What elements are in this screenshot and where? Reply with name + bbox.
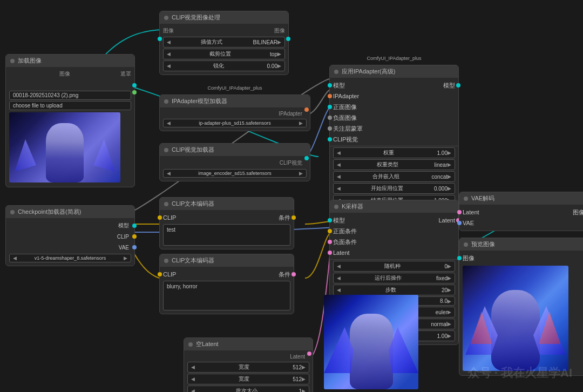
apply-ipadapter-title: 应用IPAdapter(高级) [342,67,395,76]
clip-vision-loader-node: CLIP视觉加载器 CLIP视觉 ◀ image_encoder_sd15.sa… [159,143,310,181]
clip-text-encoder1-textarea[interactable]: test [163,224,290,246]
clip-vision-crop: 截剪位置 [171,50,270,58]
apply-ipadapter-input-neg: 负面图像 [333,114,357,122]
k-sampler-output-latent: Latent [438,217,455,224]
vae-decoder-input-latent: Latent [463,209,479,215]
apply-ipadapter-node: ComfyUI_IPAdapter_plus 应用IPAdapter(高级) 模… [329,65,459,221]
clip-text-encoder2-output-cond: 条件 [279,271,290,279]
clip-text-encoder2-port-cond-out [292,272,296,276]
choose-file-button[interactable]: choose file to upload [9,101,131,110]
apply-ipadapter-port-attn-in [328,126,332,131]
clip-vision-loader-title: CLIP视觉加载器 [172,146,214,154]
preview-image-port-in [457,256,462,260]
clip-text-encoder1-node: CLIP文本编码器 CLIP 条件 test [159,197,294,249]
k-sampler-denoise: 1.00 [437,333,448,339]
checkpoint-port-model-out [132,224,137,228]
vae-decoder-output-image: 图像 [573,208,583,217]
preview-image-input-label: 图像 [463,254,474,262]
empty-latent-output-label: Latent [290,354,305,360]
empty-latent-height: 512 [293,376,302,382]
clip-vision-input-img-label: 图像 [163,27,174,35]
load-image-preview [9,112,120,183]
checkpoint-port-vae-out [132,245,137,249]
empty-latent-width: 512 [293,364,302,370]
ipadapter-output-label: IPAdapter [279,111,302,117]
load-image-title: 加载图像 [18,57,42,65]
k-sampler-input-latent: Latent [333,249,350,256]
apply-ipadapter-port-pos-in [328,105,332,109]
clip-text-encoder2-node: CLIP文本编码器 CLIP 条件 blurry, horror [159,254,294,314]
ipadapter-model-node: ComfyUI_IPAdapter_plus IPAdapter模型加载器 IP… [159,94,310,131]
apply-ipa-start: 0.000 [434,186,448,192]
empty-latent-port-out [307,352,311,356]
k-sampler-input-pos: 正面条件 [333,227,357,235]
clip-vision-loader-output-label: CLIP视觉 [280,159,302,167]
vae-decoder-input-vae: VAE [463,220,474,226]
clip-vision-interp: 插值方式 [171,38,253,46]
clip-vision-port-image-in [158,37,162,41]
k-sampler-title: K采样器 [342,202,363,211]
apply-ipadapter-port-neg-in [328,116,332,120]
apply-ipa-combine: concat [432,174,448,180]
checkpoint-title: Checkpoint加载器(简易) [18,208,81,216]
load-image-port-mask-out [132,90,137,94]
k-sampler-postop: fixed [436,275,448,281]
empty-latent-node: 空Latent Latent ◀ 宽度 512 ▶ ◀ 宽度 512 ▶ ◀ 批… [184,337,313,392]
clip-vision-output-img-label: 图像 [274,27,285,35]
clip-text-encoder2-title: CLIP文本编码器 [172,256,214,265]
ipadapter-port-out [304,107,309,112]
clip-vision-port-image-out [286,37,290,41]
checkpoint-output-vae: VAE [119,245,129,251]
apply-ipadapter-input-clip: CLIP视觉 [333,136,358,144]
clip-vision-image-node: CLIP视觉图像处理 图像 图像 ◀ 插值方式 BILINEAR ▶ ◀ 截剪位… [159,11,289,75]
clip-vision-image-title: CLIP视觉图像处理 [172,13,220,22]
generated-preview [324,295,418,389]
load-image-node: 加载图像 图像 遮罩 00018-2092510243 (2).png choo… [5,54,135,187]
apply-ipa-weight-type: linear [435,162,448,168]
clip-text-encoder1-output-cond: 条件 [279,214,290,222]
apply-ipadapter-input-ipa: IPAdapter [333,93,359,99]
clip-text-encoder2-input-clip: CLIP [163,271,176,278]
apply-ipadapter-port-ipa-in [328,94,332,98]
load-image-filename: 00018-2092510243 (2).png [13,92,78,98]
k-sampler-scheduler: normal [431,321,448,327]
load-image-output-img: 图像 [59,70,70,78]
apply-ipadapter-input-model: 模型 [333,82,345,90]
load-image-output-mask: 遮罩 [120,70,131,78]
apply-ipadapter-input-pos: 正面图像 [333,103,357,111]
empty-latent-title: 空Latent [196,340,219,348]
checkpoint-port-clip-out [132,234,137,239]
apply-ipadapter-port-clip-in [328,137,332,141]
clip-vision-sharpen-value: 0.00 [267,63,277,69]
vae-decoder-node: VAE解码 Latent 图像 VAE [459,192,583,231]
clip-text-encoder1-title: CLIP文本编码器 [172,200,214,208]
apply-ipadapter-output-model: 模型 [443,82,455,90]
k-sampler-port-pos-in [328,229,332,233]
clip-vision-loader-port-out [304,156,309,160]
k-sampler-sampler: euler [436,309,448,315]
clip-text-encoder2-textarea[interactable]: blurry, horror [163,281,290,310]
clip-text-encoder1-input-clip: CLIP [163,214,176,221]
checkpoint-file: v1-5-dreamshaper_8.safetensors [17,255,124,261]
watermark: 众号 · 我在火星学AI [467,365,572,381]
preview-image-node: 预览图像 图像 [459,238,583,376]
k-sampler-port-latent-in [328,251,332,255]
clip-vision-crop-value: top [270,51,277,57]
k-sampler-port-model-in [328,218,332,222]
apply-ipadapter-port-model-in [328,83,332,87]
checkpoint-output-model: 模型 [118,222,129,229]
preview-image-title: 预览图像 [471,240,495,248]
checkpoint-loader-node: Checkpoint加载器(简易) 模型 CLIP VAE ◀ v1-5-dre… [5,205,135,266]
vae-decoder-title: VAE解码 [471,194,494,202]
clip-vision-loader-file: image_encoder_sd15.safetensors [171,171,299,176]
vae-decoder-port-vae-in [457,221,462,225]
clip-text-encoder2-port-clip-in [158,272,162,276]
clip-vision-sharpen: 锐化 [171,62,267,70]
vae-decoder-port-latent-in [457,210,462,214]
k-sampler-input-neg: 负面条件 [333,238,357,246]
preview-image-display [463,266,568,371]
apply-ipadapter-tag: ComfyUI_IPAdapter_plus [367,56,422,61]
apply-ipa-weight: 1.00 [437,150,448,156]
apply-ipadapter-port-model-out [456,83,460,87]
ipadapter-file: ip-adapter-plus_sd15.safetensors [171,120,299,126]
